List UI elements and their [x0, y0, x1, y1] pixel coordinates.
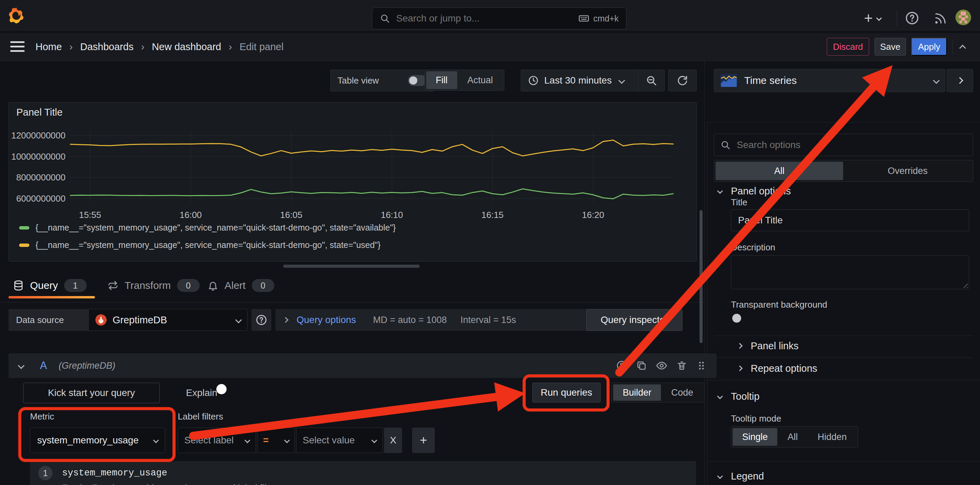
query-options-bar[interactable]: Query options MD = auto = 1008 Interval …	[275, 309, 597, 331]
chart-legend: {__name__="system_memory_usage", service…	[19, 223, 396, 250]
section-panel-options[interactable]: Panel options	[718, 184, 791, 198]
section-repeat-options[interactable]: Repeat options	[738, 361, 817, 375]
grafana-logo-icon[interactable]	[8, 7, 25, 25]
tooltip-mode-hidden[interactable]: Hidden	[808, 428, 856, 446]
chevron-down-icon	[876, 15, 882, 21]
topnav-divider	[897, 10, 897, 26]
visualization-picker[interactable]: Time series	[714, 69, 945, 92]
zoom-out-button[interactable]	[638, 75, 664, 86]
save-button[interactable]: Save	[875, 38, 906, 56]
drag-grip-icon[interactable]	[696, 360, 706, 371]
search-icon	[720, 140, 730, 150]
tab-overrides[interactable]: Overrides	[844, 162, 972, 180]
help-icon[interactable]	[905, 11, 919, 28]
chevron-right-icon	[283, 317, 289, 323]
chevron-down-icon	[717, 474, 723, 479]
apply-button[interactable]: Apply	[912, 38, 947, 56]
resize-drag-handle[interactable]	[283, 265, 420, 268]
keyboard-icon	[578, 13, 589, 24]
builder-code-switch: Builder Code	[611, 383, 705, 402]
section-divider	[707, 380, 980, 380]
run-queries-button[interactable]: Run queries	[532, 383, 601, 402]
new-menu-button[interactable]: +	[864, 10, 881, 27]
tab-transform[interactable]: Transform 0	[108, 275, 200, 296]
options-search-box[interactable]	[714, 134, 973, 156]
table-view-toggle[interactable]	[408, 75, 427, 86]
collapse-chevron-up-icon[interactable]	[959, 45, 966, 51]
remove-filter-button[interactable]: X	[384, 428, 402, 453]
section-tooltip[interactable]: Tooltip	[718, 390, 760, 403]
tab-alert-badge: 0	[252, 279, 274, 292]
tooltip-mode-label: Tooltip mode	[731, 413, 781, 424]
svg-text:16:05: 16:05	[280, 210, 302, 220]
chevron-down-icon	[245, 437, 250, 444]
panel-title-input[interactable]	[731, 210, 969, 231]
legend-item-available[interactable]: {__name__="system_memory_usage", service…	[19, 223, 396, 232]
query-preview-strip: 1 system_memory_usage Fetch all series m…	[30, 461, 696, 485]
news-rss-icon[interactable]	[934, 11, 947, 28]
query-help-icon[interactable]	[616, 360, 627, 371]
svg-text:8000000000: 8000000000	[16, 172, 65, 183]
builder-option[interactable]: Builder	[613, 384, 661, 401]
user-avatar[interactable]	[955, 10, 971, 28]
refresh-button[interactable]	[668, 70, 697, 91]
discard-button[interactable]: Discard	[827, 38, 869, 56]
datasource-picker[interactable]: GreptimeDB	[88, 309, 247, 331]
breadcrumb-item-new-dashboard[interactable]: New dashboard	[152, 41, 221, 52]
add-filter-button[interactable]: +	[412, 428, 435, 453]
code-option[interactable]: Code	[662, 384, 703, 401]
tab-transform-label: Transform	[124, 280, 171, 291]
title-label: Title	[731, 197, 747, 208]
section-panel-links[interactable]: Panel links	[738, 339, 799, 353]
search-input[interactable]	[396, 13, 578, 24]
duplicate-query-icon[interactable]	[636, 360, 647, 371]
legend-item-used[interactable]: {__name__="system_memory_usage", service…	[19, 240, 396, 250]
resize-handle[interactable]	[961, 281, 968, 288]
tab-all[interactable]: All	[716, 162, 843, 180]
panel-title[interactable]: Panel Title	[16, 107, 62, 118]
actual-option[interactable]: Actual	[458, 71, 503, 89]
breadcrumb-item-home[interactable]: Home	[35, 41, 62, 52]
tab-query-badge: 1	[64, 279, 87, 292]
collapse-chevron-icon[interactable]	[18, 362, 25, 369]
time-range-picker[interactable]: Last 30 minutes	[521, 75, 638, 86]
time-series-chart[interactable]: 1200000000010000000000800000000060000000…	[11, 125, 690, 227]
tooltip-mode-all[interactable]: All	[778, 428, 807, 446]
tab-alert[interactable]: Alert 0	[207, 275, 274, 296]
chevron-down-icon	[372, 437, 377, 444]
query-inspector-button[interactable]: Query inspector	[586, 309, 682, 331]
section-divider	[714, 336, 973, 336]
tab-query[interactable]: Query 1	[13, 275, 87, 296]
hide-query-eye-icon[interactable]	[656, 360, 667, 371]
options-search-input[interactable]	[736, 139, 967, 151]
section-divider	[707, 461, 980, 461]
global-search-box[interactable]: cmd+k	[372, 8, 627, 29]
active-tab-underline	[8, 296, 95, 299]
search-icon	[380, 13, 390, 24]
hamburger-menu-icon[interactable]	[10, 41, 25, 52]
breadcrumb-item-dashboards[interactable]: Dashboards	[80, 41, 134, 52]
table-view-control: Table view	[330, 70, 434, 91]
metric-select[interactable]: system_memory_usage	[30, 428, 165, 453]
viz-pane-expand-button[interactable]	[947, 69, 973, 92]
operator-dropdown[interactable]: =	[257, 428, 295, 453]
query-row-header[interactable]: A (GreptimeDB)	[8, 353, 717, 378]
scrollbar-thumb[interactable]	[700, 210, 703, 343]
datasource-help-button[interactable]	[251, 309, 271, 331]
query-datasource-hint: (GreptimeDB)	[59, 361, 116, 371]
bell-icon	[207, 280, 218, 291]
fill-option[interactable]: Fill	[426, 71, 457, 89]
section-legend[interactable]: Legend	[718, 469, 764, 483]
kick-start-query-button[interactable]: Kick start your query	[23, 383, 160, 403]
tooltip-mode-single[interactable]: Single	[733, 428, 777, 446]
transform-icon	[108, 280, 118, 291]
chart-series-lines	[70, 140, 674, 199]
description-textarea[interactable]	[731, 255, 969, 289]
select-label-dropdown[interactable]: Select label	[178, 428, 256, 453]
expression-index-badge: 1	[38, 466, 52, 480]
chevron-down-icon	[284, 437, 290, 444]
select-value-dropdown[interactable]: Select value	[296, 428, 383, 453]
datasource-label: Data source	[16, 315, 64, 325]
viz-name: Time series	[744, 75, 797, 86]
delete-query-trash-icon[interactable]	[676, 360, 687, 371]
